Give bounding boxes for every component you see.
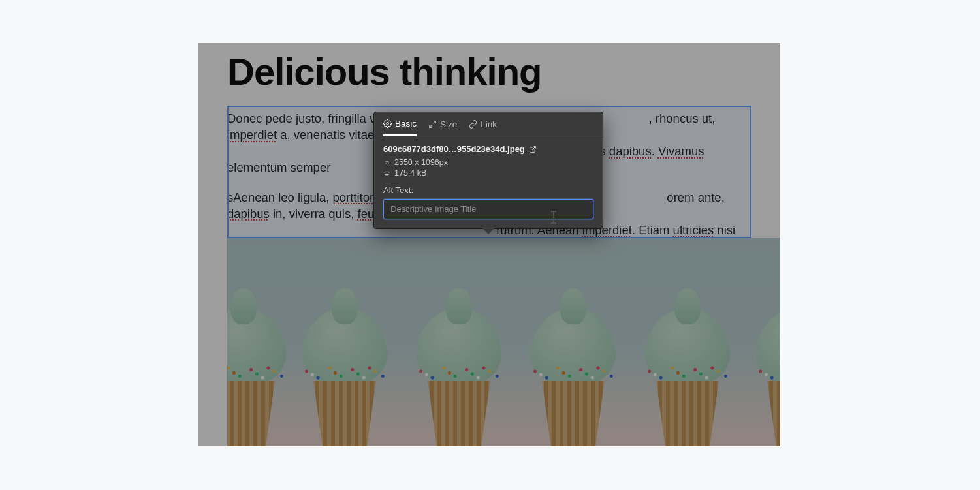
image-dimensions: 2550 x 1096px	[383, 158, 593, 167]
link-icon	[469, 120, 477, 129]
tab-basic[interactable]: Basic	[383, 119, 417, 136]
popover-tabs: Basic Size Link	[374, 112, 603, 136]
spell-word[interactable]: ultricies	[673, 223, 714, 237]
tab-label: Link	[481, 119, 497, 129]
tab-size[interactable]: Size	[428, 119, 457, 136]
image-filename[interactable]: 609c6877d3df80…955d23e34d.jpeg	[383, 144, 593, 154]
external-link-icon	[529, 145, 537, 153]
dimensions-icon	[383, 159, 390, 166]
article-image[interactable]	[227, 238, 780, 446]
expand-icon	[428, 120, 437, 129]
image-settings-popover: Basic Size Link 609c6877d3df80…955d23e34…	[373, 112, 603, 229]
spell-word[interactable]: porttitor	[332, 191, 373, 204]
tab-link[interactable]: Link	[469, 119, 497, 136]
tab-label: Basic	[395, 119, 417, 129]
tab-label: Size	[440, 119, 457, 129]
alt-text-label: Alt Text:	[383, 185, 593, 195]
spell-word[interactable]: Vivamus	[658, 144, 704, 158]
spell-word[interactable]: dapibus	[609, 144, 652, 158]
gear-icon	[383, 119, 392, 128]
editor-canvas: Delicious thinking Donec pede justo, fri…	[198, 43, 780, 446]
storage-icon	[383, 170, 390, 177]
spell-word[interactable]: dapibus	[227, 207, 270, 221]
svg-line-1	[532, 146, 536, 150]
image-filesize: 175.4 kB	[383, 168, 593, 177]
alt-text-input[interactable]	[383, 199, 593, 219]
spell-word[interactable]: imperdiet	[227, 128, 277, 142]
filename-text: 609c6877d3df80…955d23e34d.jpeg	[383, 144, 525, 154]
svg-point-0	[387, 123, 388, 125]
article-title: Delicious thinking	[227, 50, 751, 93]
